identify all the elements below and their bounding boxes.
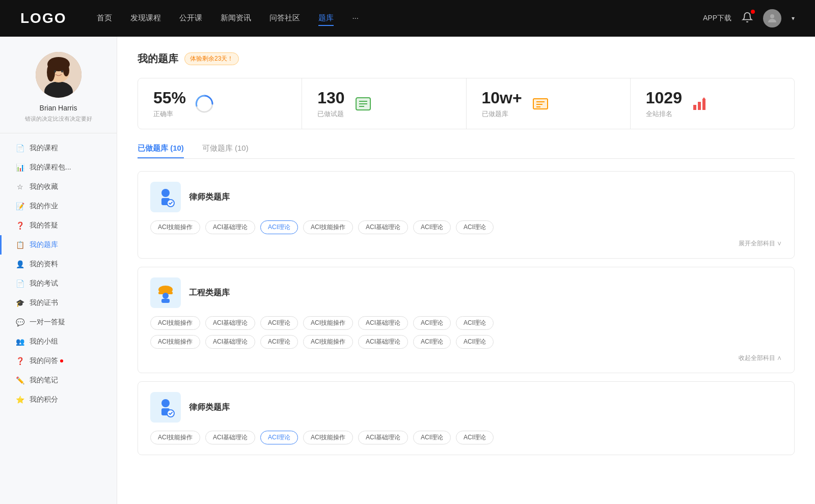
navbar-right: APP下载 ▾ (703, 9, 795, 27)
sidebar-menu-item-4[interactable]: ❓我的答疑 (0, 216, 117, 235)
sidebar-menu-item-1[interactable]: 📊我的课程包... (0, 158, 117, 177)
nav-item-公开课[interactable]: 公开课 (179, 11, 202, 26)
tag-1-1[interactable]: ACI基础理论 (205, 316, 255, 330)
tag2-1-3[interactable]: ACI技能操作 (303, 335, 353, 349)
menu-icon-9: 💬 (15, 318, 24, 327)
stat-ranking: 1029 全站排名 (631, 78, 794, 129)
bank-card-header-2: 律师类题库 (150, 392, 782, 423)
tag-2-1[interactable]: ACI基础理论 (205, 431, 255, 444)
stat-banks-label: 已做题库 (482, 109, 522, 119)
tag-1-3[interactable]: ACI技能操作 (303, 316, 353, 330)
navbar: LOGO 首页发现课程公开课新闻资讯问答社区题库··· APP下载 ▾ (0, 0, 815, 37)
nav-item-发现课程[interactable]: 发现课程 (130, 11, 161, 26)
tag-2-0[interactable]: ACI技能操作 (150, 431, 200, 444)
profile-dropdown-arrow[interactable]: ▾ (792, 15, 795, 22)
stat-questions: 130 已做试题 (302, 78, 466, 129)
menu-label-7: 我的考试 (30, 279, 58, 288)
notification-bell[interactable] (742, 12, 753, 25)
tag2-1-2[interactable]: ACI理论 (260, 335, 298, 349)
svg-point-7 (54, 70, 56, 73)
tag-0-2[interactable]: ACI理论 (260, 220, 298, 234)
sidebar-menu-item-10[interactable]: 👥我的小组 (0, 332, 117, 351)
menu-label-11: 我的问答 (30, 356, 58, 366)
tab-item-0[interactable]: 已做题库 (10) (138, 144, 184, 158)
tag2-1-1[interactable]: ACI基础理论 (205, 335, 255, 349)
bank-card-header-0: 律师类题库 (150, 182, 782, 212)
menu-icon-13: ⭐ (15, 395, 24, 404)
menu-label-2: 我的收藏 (30, 182, 58, 191)
bank-name-1: 工程类题库 (189, 288, 230, 298)
nav-item-问答社区[interactable]: 问答社区 (269, 11, 300, 26)
tag-1-5[interactable]: ACI理论 (413, 316, 451, 330)
tag-1-2[interactable]: ACI理论 (260, 316, 298, 330)
svg-point-8 (61, 70, 63, 73)
bank-card-2: 律师类题库ACI技能操作ACI基础理论ACI理论ACI技能操作ACI基础理论AC… (138, 381, 795, 455)
tag2-1-6[interactable]: ACI理论 (456, 335, 494, 349)
menu-dot-11 (60, 359, 63, 362)
menu-icon-4: ❓ (15, 221, 24, 230)
tag-2-6[interactable]: ACI理论 (456, 431, 494, 444)
tag2-1-5[interactable]: ACI理论 (413, 335, 451, 349)
menu-icon-7: 📄 (15, 279, 24, 288)
menu-label-1: 我的课程包... (30, 163, 71, 172)
svg-point-30 (162, 293, 169, 299)
bank-name-2: 律师类题库 (189, 402, 230, 413)
nav-item-新闻资讯[interactable]: 新闻资讯 (221, 11, 251, 26)
sidebar-menu-item-12[interactable]: ✏️我的笔记 (0, 371, 117, 390)
nav-item-首页[interactable]: 首页 (97, 11, 112, 26)
tag-1-0[interactable]: ACI技能操作 (150, 316, 200, 330)
tag-0-6[interactable]: ACI理论 (456, 220, 494, 234)
expand-btn-1[interactable]: 收起全部科目 ∧ (150, 354, 782, 362)
menu-label-8: 我的证书 (30, 298, 58, 307)
tag-2-2[interactable]: ACI理论 (260, 431, 298, 444)
tag-0-1[interactable]: ACI基础理论 (205, 220, 255, 234)
avatar[interactable] (763, 9, 781, 27)
tabs: 已做题库 (10)可做题库 (10) (138, 144, 795, 159)
tag2-1-0[interactable]: ACI技能操作 (150, 335, 200, 349)
menu-icon-3: 📝 (15, 202, 24, 211)
menu-label-5: 我的题库 (30, 240, 58, 249)
nav-item-···[interactable]: ··· (352, 11, 359, 26)
sidebar-menu-item-13[interactable]: ⭐我的积分 (0, 390, 117, 409)
menu-icon-6: 👤 (15, 260, 24, 269)
main-content: 我的题库 体验剩余23天！ 55% 正确率 (117, 37, 815, 504)
svg-rect-29 (161, 287, 170, 290)
tag-2-3[interactable]: ACI技能操作 (303, 431, 353, 444)
sidebar-menu-item-7[interactable]: 📄我的考试 (0, 274, 117, 293)
tag-0-5[interactable]: ACI理论 (413, 220, 451, 234)
sidebar-menu-item-11[interactable]: ❓我的问答 (0, 351, 117, 371)
tag-row-1-2: ACI技能操作ACI基础理论ACI理论ACI技能操作ACI基础理论ACI理论AC… (150, 431, 782, 444)
tag-0-3[interactable]: ACI技能操作 (303, 220, 353, 234)
tag-0-4[interactable]: ACI基础理论 (358, 220, 408, 234)
lawyer-icon-0 (150, 182, 181, 212)
tag-0-0[interactable]: ACI技能操作 (150, 220, 200, 234)
menu-icon-1: 📊 (15, 163, 24, 172)
svg-point-24 (161, 189, 170, 197)
trial-badge: 体验剩余23天！ (184, 52, 239, 65)
menu-icon-8: 🎓 (15, 298, 24, 307)
sidebar-menu-item-6[interactable]: 👤我的资料 (0, 255, 117, 274)
nav-item-题库[interactable]: 题库 (318, 11, 334, 26)
profile-motto: 错误的决定比没有决定要好 (25, 115, 92, 123)
tag2-1-4[interactable]: ACI基础理论 (358, 335, 408, 349)
tag-1-6[interactable]: ACI理论 (456, 316, 494, 330)
stats-row: 55% 正确率 130 已做试题 (138, 78, 795, 129)
tag-2-4[interactable]: ACI基础理论 (358, 431, 408, 444)
sidebar-menu-item-9[interactable]: 💬一对一答疑 (0, 313, 117, 332)
menu-label-12: 我的笔记 (30, 376, 58, 385)
nav-menu: 首页发现课程公开课新闻资讯问答社区题库··· (97, 11, 703, 26)
expand-btn-0[interactable]: 展开全部科目 ∨ (150, 239, 782, 248)
sidebar-menu: 📄我的课程📊我的课程包...☆我的收藏📝我的作业❓我的答疑📋我的题库👤我的资料📄… (0, 138, 117, 409)
stat-ranking-label: 全站排名 (646, 109, 682, 119)
accuracy-icon (194, 94, 214, 114)
tag-1-4[interactable]: ACI基础理论 (358, 316, 408, 330)
sidebar-menu-item-5[interactable]: 📋我的题库 (0, 235, 117, 255)
bank-cards-container: 律师类题库ACI技能操作ACI基础理论ACI理论ACI技能操作ACI基础理论AC… (138, 171, 795, 455)
sidebar-menu-item-0[interactable]: 📄我的课程 (0, 138, 117, 158)
app-download-button[interactable]: APP下载 (703, 14, 731, 23)
sidebar-menu-item-3[interactable]: 📝我的作业 (0, 197, 117, 216)
tab-item-1[interactable]: 可做题库 (10) (202, 144, 249, 158)
sidebar-menu-item-8[interactable]: 🎓我的证书 (0, 293, 117, 313)
sidebar-menu-item-2[interactable]: ☆我的收藏 (0, 177, 117, 197)
tag-2-5[interactable]: ACI理论 (413, 431, 451, 444)
